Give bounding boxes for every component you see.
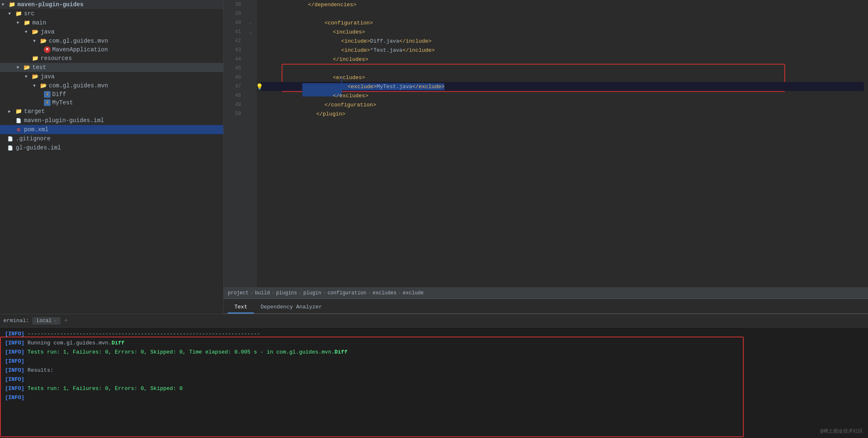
sidebar-item-mytest[interactable]: J MyTest xyxy=(0,99,223,107)
watermark: @稀土掘金技术社区 xyxy=(820,428,863,435)
fold-44 xyxy=(244,55,257,64)
sidebar-item-label: pom.xml xyxy=(24,126,48,133)
code-text: </plugin> xyxy=(261,105,345,123)
git-icon: 📄 xyxy=(7,135,14,142)
breadcrumb-part[interactable]: project xyxy=(228,290,248,296)
fold-45 xyxy=(244,64,257,73)
breadcrumb-part[interactable]: build xyxy=(255,290,270,296)
sidebar-item-label: com.gl.guides.mvn xyxy=(49,82,108,89)
term-info-label: [INFO] xyxy=(5,376,24,383)
sidebar-item-com-main[interactable]: ▼ 📂 com.gl.guides.mvn xyxy=(0,36,223,46)
term-info-label: [INFO] xyxy=(5,349,24,355)
breadcrumb-sep: › xyxy=(398,290,401,296)
line-num-43: 43 xyxy=(227,46,241,55)
fold-47 xyxy=(244,82,257,91)
sidebar-item-label: resources xyxy=(41,55,72,62)
sidebar-item-label: MavenApplication xyxy=(52,46,108,53)
line-num-44: 44 xyxy=(227,55,241,64)
breadcrumb-part[interactable]: exclude xyxy=(403,290,424,296)
sidebar-item-test[interactable]: ▼ 📂 test xyxy=(0,63,223,72)
line-num-45: 45 xyxy=(227,64,241,73)
terminal-tab-local[interactable]: Local ✕ xyxy=(32,317,60,325)
sidebar-item-label: main xyxy=(32,19,46,26)
arrow-icon: ▼ xyxy=(33,84,40,88)
sidebar-item-label: maven-plugin-guides.iml xyxy=(24,117,104,124)
sidebar-item-maven-app[interactable]: M MavenApplication xyxy=(0,46,223,54)
term-green: Tests run: 1, Failures: 0, Errors: 0, Sk… xyxy=(24,349,335,355)
breadcrumb-part[interactable]: plugins xyxy=(276,290,297,296)
sidebar-item-diff[interactable]: J Diff xyxy=(0,90,223,99)
folder-blue-icon: 📂 xyxy=(40,37,47,45)
sidebar-item-gitignore[interactable]: 📄 .gitignore xyxy=(0,134,223,143)
sidebar-item-com-test[interactable]: ▼ 📂 com.gl.guides.mvn xyxy=(0,81,223,90)
java-icon: J xyxy=(44,91,51,98)
add-terminal-button[interactable]: + xyxy=(62,317,70,325)
maven-icon: M xyxy=(44,46,51,53)
folder-blue-icon: 📂 xyxy=(31,73,39,80)
tab-dependency-analyzer[interactable]: Dependency Analyzer xyxy=(254,301,328,313)
sidebar-item-label: src xyxy=(24,10,34,17)
sidebar-item-label: java xyxy=(41,29,55,35)
arrow-icon: ▼ xyxy=(25,30,31,34)
sidebar-item-iml[interactable]: 📄 maven-plugin-guides.iml xyxy=(0,116,223,125)
editor-area: 38 39 40 41 42 43 44 45 46 47 48 49 50 ⌄… xyxy=(224,0,868,314)
code-area[interactable]: </dependencies> <configuration> <include… xyxy=(257,0,868,287)
sidebar-item-java-test[interactable]: ▼ 📂 java xyxy=(0,72,223,81)
arrow-icon: ▼ xyxy=(8,12,15,16)
code-line-38: </dependencies> xyxy=(261,0,864,9)
fold-50 xyxy=(244,109,257,118)
code-line-49: </configuration> xyxy=(261,100,864,109)
terminal-line-tests: [INFO] Tests run: 1, Failures: 0, Errors… xyxy=(5,347,863,356)
sidebar-item-pom[interactable]: m pom.xml xyxy=(0,125,223,134)
line-num-48: 48 xyxy=(227,91,241,100)
term-info-label: [INFO] xyxy=(5,331,24,337)
breadcrumb-sep: › xyxy=(299,290,301,296)
fold-40[interactable]: ⌄ xyxy=(244,18,257,27)
sidebar-item-root[interactable]: ▼ 📁 maven-plugin-guides xyxy=(0,0,223,9)
folder-green-icon: 📂 xyxy=(23,64,31,71)
close-icon[interactable]: ✕ xyxy=(54,318,56,323)
fold-41[interactable]: ⌄ xyxy=(244,27,257,36)
fold-49 xyxy=(244,100,257,109)
breadcrumb-sep: › xyxy=(250,290,253,296)
sidebar-item-main[interactable]: ▼ 📁 main xyxy=(0,18,223,27)
folder-icon: 📁 xyxy=(15,10,22,17)
fold-46 xyxy=(244,73,257,82)
java-icon: J xyxy=(44,99,51,106)
folder-blue-icon: 📂 xyxy=(31,28,39,36)
fold-48 xyxy=(244,91,257,100)
breadcrumb-part[interactable]: excludes xyxy=(373,290,397,296)
terminal-line-running: [INFO] Running com.gl.guides.mvn.Diff xyxy=(5,338,863,347)
tab-text[interactable]: Text xyxy=(228,301,254,313)
terminal-line-dashes: [INFO] ---------------------------------… xyxy=(5,329,863,338)
breadcrumb-part[interactable]: configuration xyxy=(328,290,366,296)
terminal-content[interactable]: [INFO] ---------------------------------… xyxy=(0,327,868,438)
terminal-tabs: erminal: Local ✕ + xyxy=(0,314,868,327)
sidebar-item-resources[interactable]: 📁 resources xyxy=(0,54,223,63)
sidebar-item-label: maven-plugin-guides xyxy=(17,1,84,8)
terminal-line-blank2: [INFO] xyxy=(5,375,863,384)
line-num-49: 49 xyxy=(227,100,241,109)
breadcrumb-sep: › xyxy=(272,290,275,296)
breadcrumb-sep: › xyxy=(323,290,326,296)
iml-icon: 📄 xyxy=(7,144,14,152)
line-num-38: 38 xyxy=(227,0,241,9)
folder-icon: 📁 xyxy=(31,55,39,62)
sidebar-item-label: .gitignore xyxy=(16,135,51,142)
code-line-44: </includes> xyxy=(261,55,864,64)
sidebar-item-src[interactable]: ▼ 📁 src xyxy=(0,9,223,18)
breadcrumb-part[interactable]: plugin xyxy=(303,290,321,296)
term-text: ----------------------------------------… xyxy=(24,331,260,337)
sidebar-item-java-main[interactable]: ▼ 📂 java xyxy=(0,27,223,36)
pom-icon: m xyxy=(15,126,22,133)
breadcrumb-sep: › xyxy=(368,290,371,296)
fold-43 xyxy=(244,46,257,55)
term-info-label: [INFO] xyxy=(5,340,24,346)
sidebar-item-label: java xyxy=(41,73,55,80)
line-numbers: 38 39 40 41 42 43 44 45 46 47 48 49 50 xyxy=(224,0,244,287)
sidebar-item-gl-guides[interactable]: 📄 gl-guides.iml xyxy=(0,143,223,152)
sidebar-item-target[interactable]: ▶ 📁 target xyxy=(0,107,223,116)
sidebar-item-label: test xyxy=(32,64,46,71)
breadcrumb: project › build › plugins › plugin › con… xyxy=(224,287,868,299)
terminal-line-blank1: [INFO] xyxy=(5,356,863,366)
